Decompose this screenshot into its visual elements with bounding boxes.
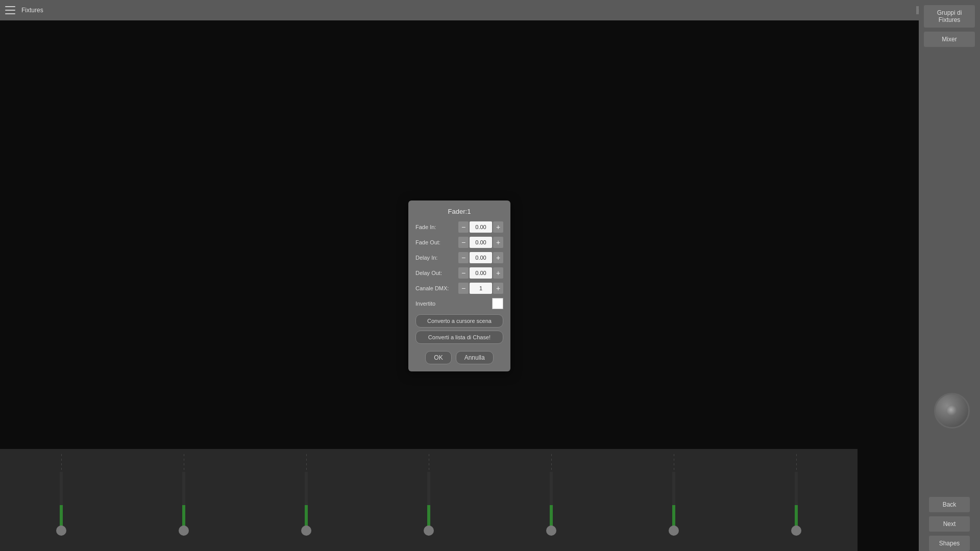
canale-dmx-input[interactable] <box>470 283 492 294</box>
convert-chase-button[interactable]: Converti a lista di Chase! <box>415 331 503 344</box>
fade-out-label: Fade Out: <box>415 239 458 245</box>
dialog-overlay: Fader:1 Fade In: − + Fade Out: − + <box>0 20 919 551</box>
fade-in-row: Fade In: − + <box>415 221 503 233</box>
fade-in-increment[interactable]: + <box>493 221 503 233</box>
delay-in-decrement[interactable]: − <box>458 252 469 263</box>
back-button[interactable]: Back <box>929 497 970 512</box>
knob-inner <box>947 406 957 416</box>
app-title: Fixtures <box>21 7 43 14</box>
delay-in-input[interactable] <box>470 252 492 263</box>
delay-out-row: Delay Out: − + <box>415 267 503 279</box>
fade-in-stepper: − + <box>458 221 503 233</box>
mixer-button[interactable]: Mixer <box>924 32 975 47</box>
canale-dmx-increment[interactable]: + <box>493 283 503 294</box>
invertito-checkbox[interactable] <box>492 298 503 309</box>
fade-out-decrement[interactable]: − <box>458 237 469 248</box>
fade-out-row: Fade Out: − + <box>415 237 503 248</box>
fade-out-stepper: − + <box>458 237 503 248</box>
fade-in-label: Fade In: <box>415 224 458 230</box>
canale-dmx-stepper: − + <box>458 283 503 294</box>
fade-in-decrement[interactable]: − <box>458 221 469 233</box>
main-content: Fader:1 Fade In: − + Fade Out: − + <box>0 20 919 551</box>
canale-dmx-decrement[interactable]: − <box>458 283 469 294</box>
top-bar: Fixtures ⊡ ✕ Selezione <box>0 0 980 20</box>
dialog-actions: OK Annulla <box>415 351 503 364</box>
delay-out-label: Delay Out: <box>415 270 458 276</box>
knob[interactable] <box>934 393 970 429</box>
convert-scene-button[interactable]: Converto a cursore scena <box>415 314 503 328</box>
dialog-title: Fader:1 <box>415 208 503 215</box>
delay-in-label: Delay In: <box>415 255 458 261</box>
delay-in-stepper: − + <box>458 252 503 263</box>
fader-dialog: Fader:1 Fade In: − + Fade Out: − + <box>408 201 510 371</box>
canale-dmx-row: Canale DMX: − + <box>415 283 503 294</box>
next-button[interactable]: Next <box>929 516 970 532</box>
delay-out-increment[interactable]: + <box>493 267 503 279</box>
fade-out-input[interactable] <box>470 237 492 248</box>
canale-dmx-label: Canale DMX: <box>415 285 458 291</box>
ok-button[interactable]: OK <box>425 351 451 364</box>
delay-in-increment[interactable]: + <box>493 252 503 263</box>
gruppi-fixtures-button[interactable]: Gruppi di Fixtures <box>924 5 975 28</box>
delay-out-stepper: − + <box>458 267 503 279</box>
invertito-row: Invertito <box>415 298 503 309</box>
delay-in-row: Delay In: − + <box>415 252 503 263</box>
delay-out-input[interactable] <box>470 267 492 279</box>
shapes-button[interactable]: Shapes <box>929 536 970 551</box>
fade-out-increment[interactable]: + <box>493 237 503 248</box>
menu-icon[interactable] <box>5 6 15 14</box>
fade-in-input[interactable] <box>470 221 492 233</box>
right-sidebar: Gruppi di Fixtures Mixer Back Next Shape… <box>919 0 980 551</box>
invertito-label: Invertito <box>415 300 492 307</box>
delay-out-decrement[interactable]: − <box>458 267 469 279</box>
annulla-button[interactable]: Annulla <box>456 351 494 364</box>
